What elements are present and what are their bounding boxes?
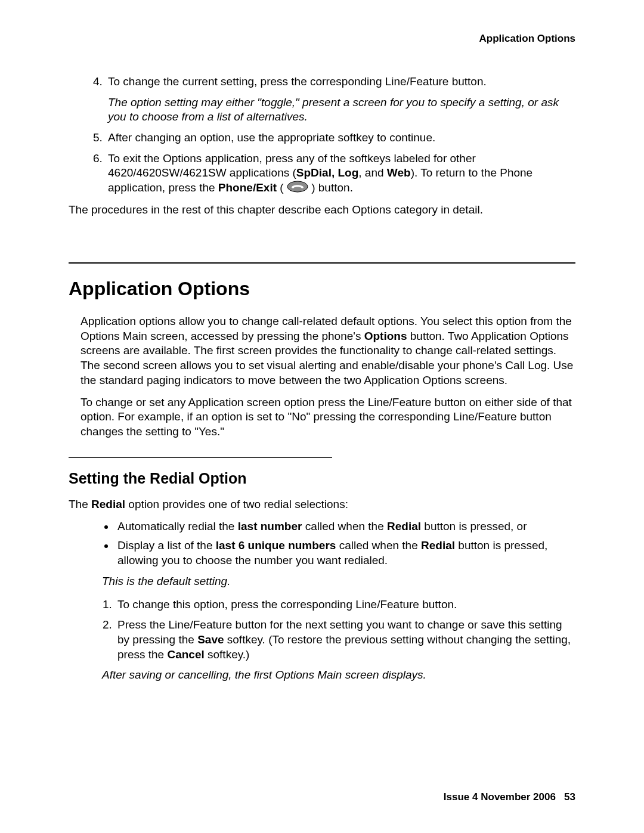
redial-intro-c: option provides one of two redial select…	[125, 498, 348, 510]
redial-intro-b: Redial	[91, 498, 125, 510]
redial-b2-a: Display a list of the	[117, 539, 216, 552]
list-item-6-f: Phone/Exit	[218, 181, 277, 194]
list-item-6-d: Web	[387, 166, 411, 179]
redial-step2-d: Cancel	[167, 648, 204, 661]
redial-step2-b: Save	[197, 633, 224, 646]
after-list-paragraph: The procedures in the rest of this chapt…	[69, 203, 575, 218]
redial-b1-a: Automatically redial the	[117, 520, 238, 532]
redial-step-2: Press the Line/Feature button for the ne…	[115, 618, 575, 662]
app-options-para1: Application options allow you to change …	[80, 314, 575, 388]
list-item-4: To change the current setting, press the…	[106, 75, 575, 125]
list-item-6-b: SpDial, Log	[296, 166, 359, 179]
footer-page-number: 53	[564, 791, 575, 803]
list-item-6-c: , and	[358, 166, 387, 179]
footer-issue: Issue 4 November 2006	[444, 791, 556, 803]
list-item-6-h: ) button.	[308, 181, 353, 194]
section-heading-application-options: Application Options	[69, 277, 575, 302]
page: Application Options To change the curren…	[0, 0, 644, 833]
redial-b1-e: button is pressed, or	[421, 520, 527, 532]
list-item-4-text: To change the current setting, press the…	[108, 75, 487, 88]
list-item-5-text: After changing an option, use the approp…	[108, 131, 435, 144]
app-options-para1-b: Options	[364, 330, 407, 342]
redial-b2-b: last 6 unique numbers	[216, 539, 336, 552]
list-item-4-note: The option setting may either "toggle," …	[108, 95, 575, 125]
body-content: To change the current setting, press the…	[69, 75, 575, 683]
procedure-list-continued: To change the current setting, press the…	[69, 75, 575, 197]
page-footer: Issue 4 November 2006 53	[444, 791, 575, 803]
app-options-block: Application options allow you to change …	[80, 314, 575, 439]
phone-exit-icon	[287, 181, 308, 197]
redial-b2-c: called when the	[336, 539, 421, 552]
redial-b2-d: Redial	[421, 539, 455, 552]
redial-intro-a: The	[69, 498, 91, 510]
list-item-6-g: (	[277, 181, 287, 194]
redial-step-1-text: To change this option, press the corresp…	[117, 598, 457, 611]
redial-default-note: This is the default setting.	[102, 574, 575, 589]
redial-bullet-2: Display a list of the last 6 unique numb…	[115, 538, 575, 568]
redial-steps: To change this option, press the corresp…	[69, 597, 575, 662]
redial-b1-d: Redial	[387, 520, 421, 532]
redial-after-note: After saving or cancelling, the first Op…	[102, 668, 575, 683]
redial-intro: The Redial option provides one of two re…	[69, 497, 575, 512]
h2-divider	[69, 457, 332, 458]
redial-b1-b: last number	[238, 520, 302, 532]
section-heading-redial: Setting the Redial Option	[69, 469, 575, 488]
app-options-para2: To change or set any Application screen …	[80, 395, 575, 439]
redial-bullets: Automatically redial the last number cal…	[69, 519, 575, 568]
redial-b1-c: called when the	[302, 520, 387, 532]
redial-step2-e: softkey.)	[205, 648, 250, 661]
list-item-5: After changing an option, use the approp…	[106, 131, 575, 145]
list-item-6: To exit the Options application, press a…	[106, 151, 575, 197]
page-header-title: Application Options	[69, 33, 575, 45]
redial-bullet-1: Automatically redial the last number cal…	[115, 519, 575, 534]
h1-divider	[69, 262, 575, 264]
redial-step-1: To change this option, press the corresp…	[115, 597, 575, 612]
